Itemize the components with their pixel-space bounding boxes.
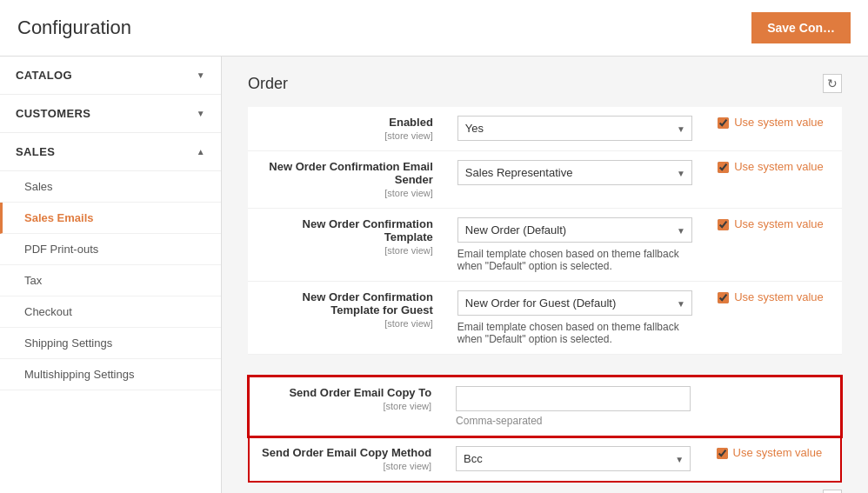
order-comments-section-title: Order Comments ↻ xyxy=(248,490,842,493)
sales-label: SALES xyxy=(16,145,55,158)
email-copy-method-label: Send Order Email Copy Method[store view] xyxy=(249,436,444,482)
email-template-use-system-cell: Use system value xyxy=(705,209,842,282)
email-template-use-system-text: Use system value xyxy=(734,217,824,230)
catalog-chevron: ▼ xyxy=(197,70,205,80)
order-config-table: Enabled[store view] Yes No ▼ xyxy=(248,107,842,355)
page-title: Configuration xyxy=(17,17,131,39)
order-section-toggle[interactable]: ↻ xyxy=(823,74,842,93)
sidebar-section-sales[interactable]: SALES ▲ xyxy=(0,133,221,171)
email-template-guest-use-system-text: Use system value xyxy=(734,290,824,303)
email-sender-use-system-label[interactable]: Use system value xyxy=(718,160,830,173)
sidebar: CATALOG ▼ CUSTOMERS ▼ SALES ▲ Sales Sale… xyxy=(0,57,222,493)
email-template-guest-use-system-checkbox[interactable] xyxy=(718,292,729,303)
enabled-control: Yes No ▼ xyxy=(445,107,705,151)
email-copy-to-input[interactable] xyxy=(456,386,691,411)
email-copy-to-use-system-cell xyxy=(704,376,841,436)
email-copy-method-use-system-label[interactable]: Use system value xyxy=(717,446,828,459)
email-copy-method-control: Bcc Separate Email ▼ xyxy=(444,436,704,482)
email-template-guest-use-system-label[interactable]: Use system value xyxy=(718,290,830,303)
email-copy-method-select-wrap: Bcc Separate Email ▼ xyxy=(456,446,691,471)
email-copy-method-select[interactable]: Bcc Separate Email xyxy=(456,446,691,471)
email-copy-method-use-system-text: Use system value xyxy=(733,446,823,459)
email-sender-control: Sales Representative General Contact Cus… xyxy=(445,151,705,209)
order-comments-title-text: Order Comments xyxy=(248,490,368,494)
email-template-guest-use-system-cell: Use system value xyxy=(705,282,842,355)
email-copy-method-use-system-checkbox[interactable] xyxy=(717,448,728,459)
email-sender-label: New Order Confirmation Email Sender[stor… xyxy=(248,151,445,209)
layout: CATALOG ▼ CUSTOMERS ▼ SALES ▲ Sales Sale… xyxy=(0,57,868,493)
email-copy-to-hint: Comma-separated xyxy=(456,415,691,427)
enabled-use-system-cell: Use system value xyxy=(705,107,842,151)
email-copy-to-label: Send Order Email Copy To[store view] xyxy=(249,376,444,436)
field-row-email-template-guest: New Order Confirmation Template for Gues… xyxy=(248,282,842,355)
email-template-select-wrap: New Order (Default) ▼ xyxy=(457,217,692,243)
sidebar-item-sales[interactable]: Sales xyxy=(0,171,221,203)
sidebar-item-tax[interactable]: Tax xyxy=(0,265,221,296)
sidebar-section-catalog[interactable]: CATALOG ▼ xyxy=(0,57,221,95)
email-template-hint: Email template chosen based on theme fal… xyxy=(457,248,692,272)
customers-label: CUSTOMERS xyxy=(16,107,90,120)
email-template-guest-control: New Order for Guest (Default) ▼ Email te… xyxy=(445,282,705,355)
email-template-guest-select[interactable]: New Order for Guest (Default) xyxy=(457,290,692,316)
email-template-use-system-label[interactable]: Use system value xyxy=(718,217,830,230)
order-title-text: Order xyxy=(248,75,288,93)
enabled-select-wrap: Yes No ▼ xyxy=(457,116,692,141)
save-button[interactable]: Save Con… xyxy=(751,12,851,43)
sidebar-item-multishipping-settings[interactable]: Multishipping Settings xyxy=(0,359,221,390)
sidebar-item-shipping-settings[interactable]: Shipping Settings xyxy=(0,328,221,359)
field-row-email-copy-to: Send Order Email Copy To[store view] Com… xyxy=(249,376,841,436)
customers-chevron: ▼ xyxy=(197,109,205,118)
email-template-use-system-checkbox[interactable] xyxy=(718,219,729,230)
email-sender-select-wrap: Sales Representative General Contact Cus… xyxy=(457,160,692,185)
enabled-select[interactable]: Yes No xyxy=(457,116,692,141)
top-bar: Configuration Save Con… xyxy=(0,0,868,57)
sidebar-item-checkout[interactable]: Checkout xyxy=(0,296,221,328)
enabled-label: Enabled[store view] xyxy=(248,107,445,151)
order-comments-toggle[interactable]: ↻ xyxy=(823,490,842,493)
sales-chevron: ▲ xyxy=(197,147,205,157)
field-row-enabled: Enabled[store view] Yes No ▼ xyxy=(248,107,842,151)
email-template-guest-label: New Order Confirmation Template for Gues… xyxy=(248,282,445,355)
email-copy-method-use-system-cell: Use system value xyxy=(704,436,841,482)
email-sender-select[interactable]: Sales Representative General Contact Cus… xyxy=(457,160,692,185)
email-template-guest-hint: Email template chosen based on theme fal… xyxy=(457,321,692,345)
catalog-label: CATALOG xyxy=(16,69,72,82)
field-row-email-copy-method: Send Order Email Copy Method[store view]… xyxy=(249,436,841,482)
main-content: Order ↻ Enabled[store view] Yes No xyxy=(222,57,868,493)
field-row-email-sender: New Order Confirmation Email Sender[stor… xyxy=(248,151,842,209)
email-template-guest-select-wrap: New Order for Guest (Default) ▼ xyxy=(457,290,692,316)
email-template-control: New Order (Default) ▼ Email template cho… xyxy=(445,209,705,282)
field-row-email-template: New Order Confirmation Template[store vi… xyxy=(248,209,842,282)
sidebar-section-customers[interactable]: CUSTOMERS ▼ xyxy=(0,95,221,133)
enabled-use-system-text: Use system value xyxy=(734,116,824,129)
email-template-select[interactable]: New Order (Default) xyxy=(457,217,692,243)
sidebar-item-sales-emails[interactable]: Sales Emails xyxy=(0,203,221,234)
sidebar-item-pdf-printouts[interactable]: PDF Print-outs xyxy=(0,234,221,265)
email-template-label: New Order Confirmation Template[store vi… xyxy=(248,209,445,282)
enabled-use-system-checkbox[interactable] xyxy=(718,117,729,129)
order-section-title: Order ↻ xyxy=(248,74,842,93)
email-sender-use-system-checkbox[interactable] xyxy=(718,162,729,173)
enabled-use-system-label[interactable]: Use system value xyxy=(718,116,830,129)
email-sender-use-system-cell: Use system value xyxy=(705,151,842,209)
email-copy-to-control: Comma-separated xyxy=(444,376,704,436)
email-sender-use-system-text: Use system value xyxy=(734,160,824,173)
